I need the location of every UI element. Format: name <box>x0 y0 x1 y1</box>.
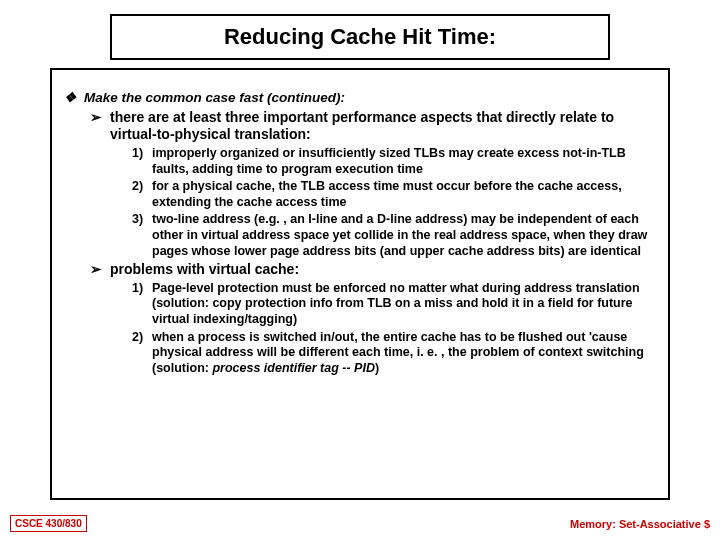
item-number: 1) <box>132 281 152 328</box>
level1-text: Make the common case fast (continued): <box>84 90 345 107</box>
arrow-bullet-icon: ➢ <box>90 109 110 144</box>
content-body: ❖ Make the common case fast (continued):… <box>64 90 656 377</box>
item-number: 3) <box>132 212 152 259</box>
list-item: 2) when a process is switched in/out, th… <box>132 330 656 377</box>
bullet-level2-translation: ➢ there are at least three important per… <box>90 109 656 144</box>
item-text-emphasis: process identifier tag -- PID <box>212 361 375 375</box>
content-frame: ❖ Make the common case fast (continued):… <box>50 68 670 500</box>
item-text: two-line address (e.g. , an I-line and a… <box>152 212 656 259</box>
arrow-bullet-icon: ➢ <box>90 261 110 279</box>
item-text-post: ) <box>375 361 379 375</box>
level2-heading: problems with virtual cache: <box>110 261 299 279</box>
slide-title-box: Reducing Cache Hit Time: <box>110 14 610 60</box>
item-text: when a process is switched in/out, the e… <box>152 330 656 377</box>
list-item: 2) for a physical cache, the TLB access … <box>132 179 656 210</box>
item-text: for a physical cache, the TLB access tim… <box>152 179 656 210</box>
item-number: 1) <box>132 146 152 177</box>
diamond-bullet-icon: ❖ <box>64 90 84 107</box>
item-text: improperly organized or insufficiently s… <box>152 146 656 177</box>
course-code-badge: CSCE 430/830 <box>10 515 87 532</box>
item-number: 2) <box>132 330 152 377</box>
bullet-level2-problems: ➢ problems with virtual cache: <box>90 261 656 279</box>
item-number: 2) <box>132 179 152 210</box>
list-item: 1) Page-level protection must be enforce… <box>132 281 656 328</box>
bullet-level1: ❖ Make the common case fast (continued): <box>64 90 656 107</box>
slide-topic-label: Memory: Set-Associative $ <box>570 518 710 530</box>
list-item: 1) improperly organized or insufficientl… <box>132 146 656 177</box>
level2-heading: there are at least three important perfo… <box>110 109 656 144</box>
slide-title: Reducing Cache Hit Time: <box>112 24 608 50</box>
item-text: Page-level protection must be enforced n… <box>152 281 656 328</box>
list-item: 3) two-line address (e.g. , an I-line an… <box>132 212 656 259</box>
